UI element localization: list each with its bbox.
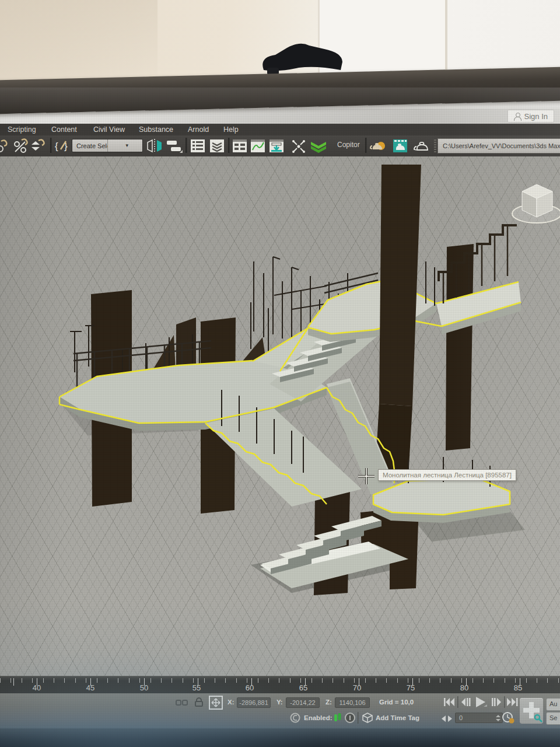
select-hook-icon[interactable] bbox=[0, 138, 8, 154]
toolbar-separator bbox=[365, 138, 367, 153]
copitor-label[interactable]: Copitor bbox=[337, 141, 360, 149]
play-button[interactable] bbox=[473, 696, 489, 708]
cube-icon[interactable] bbox=[362, 713, 373, 723]
tick-label: 40 bbox=[29, 683, 45, 692]
enabled-green-indicator bbox=[334, 713, 341, 722]
named-selection-icon[interactable]: {} bbox=[54, 138, 71, 154]
x-label: X: bbox=[228, 699, 235, 706]
selection-set-value: Create Selection Se bbox=[72, 142, 107, 149]
key-mode-toggle-icon[interactable] bbox=[442, 715, 452, 722]
previous-frame-button[interactable] bbox=[459, 696, 473, 708]
y-label: Y: bbox=[276, 699, 283, 706]
menu-help[interactable]: Help bbox=[223, 124, 239, 135]
viewport[interactable]: Монолитная лестница Лестница [895587] bbox=[0, 156, 560, 676]
z-coordinate-field[interactable]: 1140,106 bbox=[335, 697, 370, 708]
menu-bar: Scripting Content Civil View Substance A… bbox=[0, 124, 560, 135]
set-keys-button[interactable] bbox=[520, 698, 543, 724]
set-key-button[interactable]: Se bbox=[546, 712, 560, 725]
add-time-tag-label[interactable]: Add Time Tag bbox=[376, 714, 419, 721]
auto-key-button[interactable]: Au bbox=[546, 698, 560, 711]
tick-label: 55 bbox=[188, 683, 205, 692]
frame-value: 0 bbox=[459, 714, 463, 721]
menu-scripting[interactable]: Scripting bbox=[8, 124, 36, 135]
scene-3d bbox=[0, 156, 560, 676]
x-coordinate-field[interactable]: -2896,881 bbox=[237, 697, 271, 708]
tick-label: 45 bbox=[82, 683, 99, 692]
y-coordinate-field[interactable]: -2014,22 bbox=[286, 697, 320, 708]
z-label: Z: bbox=[326, 699, 332, 706]
selection-link-icon[interactable] bbox=[176, 698, 188, 707]
selection-set-dropdown[interactable]: Create Selection Se ▼ bbox=[72, 139, 143, 152]
chevron-down-icon: ▼ bbox=[107, 139, 143, 152]
next-frame-button[interactable] bbox=[490, 696, 504, 708]
tooltip-text: Монолитная лестница Лестница [895587] bbox=[383, 472, 512, 479]
headset-on-monitor bbox=[251, 40, 356, 77]
current-frame-field[interactable]: 0 bbox=[455, 713, 503, 723]
render-setup-teapot-icon[interactable] bbox=[370, 138, 387, 154]
render-production-teapot-icon[interactable] bbox=[413, 138, 430, 154]
select-updown-icon[interactable] bbox=[29, 138, 47, 154]
time-configuration-icon[interactable] bbox=[502, 711, 514, 724]
tick-label: 85 bbox=[510, 683, 526, 692]
align-icon[interactable] bbox=[166, 138, 183, 154]
enabled-label: Enabled: bbox=[304, 714, 332, 721]
status-toggle-icon[interactable] bbox=[290, 713, 300, 723]
toolbar-separator bbox=[228, 138, 230, 153]
green-chevrons-icon[interactable] bbox=[310, 138, 327, 154]
object-tooltip: Монолитная лестница Лестница [895587] bbox=[378, 469, 516, 481]
photo-of-monitor: Sign In Scripting Content Civil View Sub… bbox=[0, 0, 560, 747]
main-toolbar: {} Create Selection Se ▼ bbox=[0, 135, 560, 156]
screen-bottom-band bbox=[0, 728, 560, 747]
svg-text:{: { bbox=[55, 141, 58, 152]
menu-arnold[interactable]: Arnold bbox=[188, 124, 209, 135]
layer-list-icon[interactable] bbox=[189, 138, 206, 154]
timeline-ruler[interactable]: 40 45 50 55 60 65 70 75 80 85 bbox=[0, 676, 560, 694]
central-column[interactable] bbox=[375, 165, 421, 476]
tick-label: 60 bbox=[242, 683, 258, 692]
scene-cube[interactable] bbox=[512, 184, 560, 223]
rendered-frame-window-icon[interactable] bbox=[391, 138, 409, 154]
selection-lock-icon[interactable] bbox=[194, 697, 204, 707]
screen[interactable]: Sign In Scripting Content Civil View Sub… bbox=[0, 88, 560, 747]
spinner-arrows-icon[interactable] bbox=[496, 715, 501, 721]
menu-content[interactable]: Content bbox=[51, 124, 77, 135]
status-bar: X: -2896,881 Y: -2014,22 Z: 1140,106 Gri… bbox=[0, 693, 560, 728]
schematic-view-icon[interactable] bbox=[268, 138, 285, 154]
tick-label: 50 bbox=[136, 683, 152, 692]
go-to-start-button[interactable] bbox=[442, 696, 456, 708]
curve-editor-icon[interactable] bbox=[249, 138, 267, 154]
scatter-tools-icon[interactable] bbox=[290, 138, 307, 154]
menu-substance[interactable]: Substance bbox=[139, 124, 173, 135]
project-path-field[interactable]: C:\Users\Arefev_VV\Documents\3ds Max bbox=[438, 138, 560, 153]
mirror-icon[interactable] bbox=[146, 138, 163, 154]
menu-civil-view[interactable]: Civil View bbox=[93, 124, 125, 135]
toolbar-separator bbox=[186, 138, 187, 153]
tick-label: 75 bbox=[402, 683, 419, 692]
tick-label: 70 bbox=[349, 683, 365, 692]
tick-label: 80 bbox=[456, 683, 473, 692]
user-icon bbox=[514, 113, 521, 120]
ceiling-corner bbox=[0, 0, 158, 88]
circle-indicator-icon[interactable] bbox=[344, 712, 356, 724]
scene-layers-icon[interactable] bbox=[208, 138, 226, 154]
select-percent-icon[interactable] bbox=[12, 138, 29, 154]
toolbar-separator bbox=[50, 138, 52, 153]
separator bbox=[358, 712, 359, 724]
tick-label: 65 bbox=[295, 683, 312, 692]
grid-size-label: Grid = 10,0 bbox=[379, 699, 414, 706]
sign-in-button[interactable]: Sign In bbox=[508, 110, 554, 123]
explorer-panels-icon[interactable] bbox=[231, 138, 249, 154]
transform-typein-icon[interactable] bbox=[209, 696, 223, 710]
toolbar-grip[interactable] bbox=[434, 138, 436, 152]
go-to-end-button[interactable] bbox=[505, 696, 519, 708]
sign-in-label: Sign In bbox=[524, 112, 548, 121]
